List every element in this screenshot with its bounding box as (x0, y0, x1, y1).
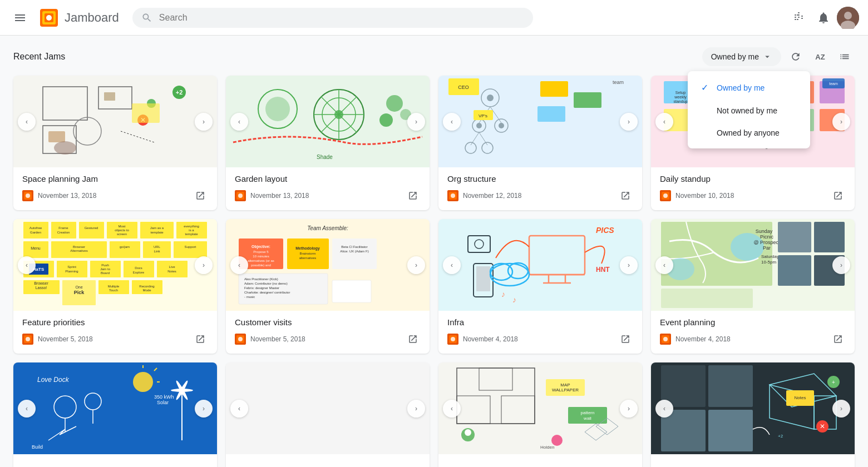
svg-rect-57 (540, 81, 568, 97)
sort-button[interactable]: AZ (810, 47, 830, 67)
card-prev-11[interactable]: ‹ (443, 400, 461, 418)
card-next-6[interactable]: › (407, 256, 425, 274)
svg-text:Setup: Setup (675, 91, 685, 95)
page-title: Recent Jams (13, 52, 65, 62)
svg-text:weekly: weekly (674, 95, 687, 100)
card-open-btn-4[interactable] (830, 188, 846, 203)
card-prev-1[interactable]: ‹ (18, 113, 36, 131)
jam-card-3[interactable]: ‹ CEO (438, 76, 642, 210)
card-date-8: November 4, 2018 (675, 335, 731, 343)
card-next-11[interactable]: › (620, 400, 638, 418)
card-prev-6[interactable]: ‹ (230, 256, 248, 274)
filter-button[interactable]: Owned by me (702, 47, 781, 66)
svg-point-35 (386, 95, 403, 112)
svg-rect-206 (778, 222, 811, 252)
card-open-btn-5[interactable] (193, 331, 208, 347)
search-input[interactable] (159, 13, 524, 23)
svg-text:♪: ♪ (512, 295, 516, 304)
card-meta-2: November 13, 2018 (235, 188, 421, 203)
card-thumbnail-10: ‹ › (226, 362, 430, 454)
svg-text:Build: Build (32, 444, 43, 450)
owner-filter-dropdown: ✓ Owned by me Not owned by me Owned by a… (688, 71, 810, 148)
card-next-1[interactable]: › (195, 113, 213, 131)
card-next-8[interactable]: › (832, 256, 850, 274)
jam-card-2[interactable]: ‹ (226, 76, 430, 210)
card-next-4[interactable]: › (832, 113, 850, 131)
svg-point-175 (238, 337, 243, 341)
search-bar[interactable] (132, 8, 533, 28)
svg-point-24 (26, 193, 30, 198)
card-open-btn-2[interactable] (405, 188, 421, 203)
svg-rect-58 (574, 92, 601, 108)
card-next-7[interactable]: › (620, 256, 638, 274)
svg-text:Methodology: Methodology (295, 246, 320, 251)
dropdown-item-not-owned-by-me[interactable]: Not owned by me (688, 100, 810, 122)
svg-text:Alternatives: Alternatives (70, 249, 87, 252)
card-prev-3[interactable]: ‹ (443, 113, 461, 131)
card-body-7: Infra November 4, 2018 (438, 311, 642, 354)
svg-text:possible) and: possible) and (251, 264, 271, 267)
card-prev-8[interactable]: ‹ (655, 256, 673, 274)
svg-text:pattern: pattern (581, 410, 595, 415)
jam-card-8[interactable]: ‹ Sunday Picnic @ Prospect Par (651, 219, 855, 354)
card-title-8: Event planning (660, 317, 846, 327)
header: Jamboard (0, 0, 868, 36)
notifications-button[interactable] (812, 7, 835, 29)
card-next-2[interactable]: › (407, 113, 425, 131)
svg-text:Browser: Browser (34, 281, 48, 285)
jam-card-9[interactable]: ‹ Love Dock 350 kWh (13, 362, 217, 467)
svg-point-250 (465, 429, 471, 436)
card-prev-5[interactable]: ‹ (18, 256, 36, 274)
jam-card-10[interactable]: ‹ › (226, 362, 430, 467)
card-open-btn-6[interactable] (405, 331, 421, 347)
jam-card-6[interactable]: ‹ Team Assemble: Objective: Propose 5 10… (226, 219, 430, 354)
card-prev-12[interactable]: ‹ (655, 400, 673, 418)
refresh-button[interactable] (786, 47, 806, 67)
apps-button[interactable] (788, 7, 810, 29)
card-open-btn-3[interactable] (618, 188, 633, 203)
app-title: Jamboard (65, 11, 119, 25)
chevron-down-icon (762, 52, 772, 62)
svg-point-50 (476, 123, 482, 128)
svg-text:Charlotte: designer/ contribut: Charlotte: designer/ contributor (244, 291, 290, 294)
avatar[interactable] (837, 7, 859, 29)
svg-text:Alice: UX (Adam F): Alice: UX (Adam F) (340, 250, 368, 253)
card-meta-4: November 10, 2018 (660, 188, 846, 203)
card-body-2: Garden layout November 13, 2018 (226, 167, 430, 210)
card-prev-4[interactable]: ‹ (655, 113, 673, 131)
menu-icon[interactable] (9, 7, 31, 29)
card-prev-2[interactable]: ‹ (230, 113, 248, 131)
card-next-9[interactable]: › (195, 400, 213, 418)
jam-card-12[interactable]: ‹ Notes ✕ (651, 362, 855, 467)
dropdown-item-owned-by-me[interactable]: ✓ Owned by me (688, 76, 810, 100)
jam-card-1[interactable]: ‹ +2 ✕ (13, 76, 217, 210)
svg-text:Holden: Holden (540, 445, 554, 450)
svg-text:Link: Link (154, 250, 160, 253)
svg-text:Mode: Mode (142, 289, 151, 292)
card-thumbnail-9: ‹ Love Dock 350 kWh (13, 362, 217, 454)
card-next-12[interactable]: › (832, 400, 850, 418)
card-next-3[interactable]: › (620, 113, 638, 131)
card-body-3: Org structure November 12, 2018 (438, 167, 642, 210)
card-prev-7[interactable]: ‹ (443, 256, 461, 274)
svg-text:Team Assemble:: Team Assemble: (307, 225, 348, 231)
card-next-10[interactable]: › (407, 400, 425, 418)
svg-text:everything: everything (184, 225, 199, 228)
svg-point-195 (451, 337, 455, 341)
card-date-3: November 12, 2018 (463, 192, 521, 200)
svg-text:Pick: Pick (74, 290, 85, 295)
jam-card-11[interactable]: ‹ MAP WALLPAPER pattern wall (438, 362, 642, 467)
card-open-btn-1[interactable] (193, 188, 208, 203)
card-open-btn-8[interactable] (830, 331, 846, 347)
card-open-btn-7[interactable] (618, 331, 633, 347)
dropdown-item-owned-by-anyone[interactable]: Owned by anyone (688, 122, 810, 144)
card-prev-9[interactable]: ‹ (18, 400, 36, 418)
svg-text:Support: Support (184, 245, 196, 249)
jam-card-7[interactable]: ‹ PICS (438, 219, 642, 354)
list-view-button[interactable] (835, 47, 855, 67)
jam-card-5[interactable]: ‹ AutofreeGarden FrameCreation Gestured … (13, 219, 217, 354)
svg-rect-21 (132, 103, 160, 123)
card-prev-10[interactable]: ‹ (230, 400, 248, 418)
svg-text:Menu: Menu (31, 246, 41, 250)
card-next-5[interactable]: › (195, 256, 213, 274)
